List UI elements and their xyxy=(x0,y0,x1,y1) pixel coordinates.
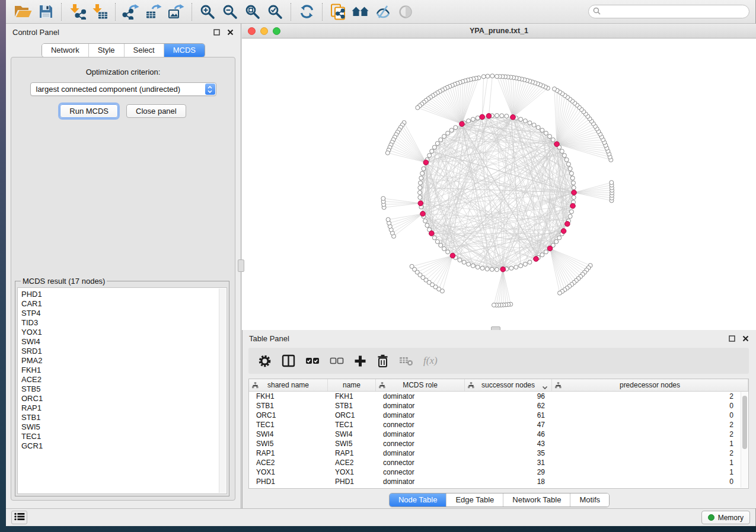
table-cell: 1 xyxy=(552,440,741,448)
mcds-result-list[interactable]: PHD1CAR1STP4TID3YOX1SWI4SRD1PMA2FKH1ACE2… xyxy=(17,287,227,494)
table-row[interactable]: FKH1FKH1dominator962 xyxy=(249,392,741,401)
column-header-MCDS-role[interactable]: MCDS role xyxy=(376,379,465,391)
table-panel: Table Panel f(x) shared namenameMCDS rol… xyxy=(242,330,756,508)
tab-node-table[interactable]: Node Table xyxy=(390,493,446,507)
float-table-panel-icon[interactable] xyxy=(728,334,736,342)
tab-select[interactable]: Select xyxy=(124,44,164,57)
mcds-node-item[interactable]: STP4 xyxy=(21,309,227,318)
mcds-node-item[interactable]: GCR1 xyxy=(21,441,227,451)
unselect-all-icon[interactable] xyxy=(330,357,344,365)
mcds-node-item[interactable]: PHD1 xyxy=(21,290,227,299)
memory-button[interactable]: Memory xyxy=(701,511,750,524)
network-canvas[interactable] xyxy=(242,39,756,330)
search-box[interactable] xyxy=(588,5,749,18)
column-header-predecessor-nodes[interactable]: predecessor nodes xyxy=(552,379,748,391)
columns-icon[interactable] xyxy=(282,354,295,367)
mcds-node-item[interactable]: TID3 xyxy=(21,318,227,328)
mcds-node-item[interactable]: PMA2 xyxy=(21,356,227,366)
table-cell: RAP1 xyxy=(328,449,376,457)
import-network-icon[interactable] xyxy=(66,2,88,22)
column-header-successor-nodes[interactable]: successor nodes xyxy=(465,379,552,391)
mcds-node-item[interactable]: FKH1 xyxy=(21,366,227,375)
table-cell: dominator xyxy=(376,430,465,438)
table-cell: RAP1 xyxy=(249,449,328,457)
table-row[interactable]: STB1STB1dominator620 xyxy=(249,401,741,411)
fx-icon: f(x) xyxy=(423,355,438,367)
table-scrollbar[interactable] xyxy=(741,392,748,488)
open-icon[interactable] xyxy=(12,2,34,22)
birdseye-home-icon[interactable] xyxy=(349,2,372,22)
apply-layout-icon[interactable] xyxy=(295,2,318,22)
import-table-icon[interactable] xyxy=(88,2,111,22)
mcds-node-item[interactable]: SWI4 xyxy=(21,337,227,347)
minimize-window-icon[interactable] xyxy=(260,27,268,35)
network-from-selection-icon[interactable] xyxy=(327,2,349,22)
mcds-node-item[interactable]: SRD1 xyxy=(21,347,227,356)
toolbar-separator xyxy=(192,3,192,21)
zoom-out-icon[interactable] xyxy=(219,2,241,22)
tab-network[interactable]: Network xyxy=(42,44,88,57)
table-cell: dominator xyxy=(376,477,465,486)
column-type-icon xyxy=(379,382,385,390)
float-panel-icon[interactable] xyxy=(212,28,221,36)
zoom-fit-icon[interactable] xyxy=(241,2,264,22)
mcds-node-item[interactable]: SWI5 xyxy=(21,422,227,432)
network-graph[interactable] xyxy=(242,39,756,330)
export-image-icon[interactable] xyxy=(165,2,187,22)
zoom-selected-icon[interactable] xyxy=(264,2,286,22)
table-row[interactable]: TEC1TEC1connector472 xyxy=(249,420,741,430)
mcds-node-item[interactable]: RAP1 xyxy=(21,403,227,413)
table-row[interactable]: SWI4SWI4dominator462 xyxy=(249,430,741,439)
table-cell: SWI5 xyxy=(249,440,328,448)
gear-icon[interactable] xyxy=(258,354,272,368)
table-cell: ORC1 xyxy=(328,411,376,419)
close-panel-button[interactable]: Close panel xyxy=(126,104,186,118)
table-row[interactable]: SWI5SWI5connector431 xyxy=(249,439,741,448)
run-mcds-button[interactable]: Run MCDS xyxy=(60,104,118,118)
mcds-node-item[interactable]: STB1 xyxy=(21,413,227,422)
table-cell: 1 xyxy=(552,468,741,476)
export-table-icon[interactable] xyxy=(142,2,165,22)
task-history-button[interactable] xyxy=(11,511,27,524)
close-panel-icon[interactable] xyxy=(226,28,234,36)
select-all-icon[interactable] xyxy=(305,357,320,365)
table-scrollbar-thumb[interactable] xyxy=(742,396,747,449)
column-header-name[interactable]: name xyxy=(328,379,376,391)
vertical-split-handle[interactable] xyxy=(238,259,244,272)
toolbar-separator xyxy=(291,3,291,21)
zoom-in-icon[interactable] xyxy=(196,2,219,22)
mcds-node-item[interactable]: TEC1 xyxy=(21,432,227,441)
table-row[interactable]: PHD1PHD1dominator180 xyxy=(249,477,741,486)
table-row[interactable]: YOX1YOX1connector291 xyxy=(249,467,741,477)
show-details-icon xyxy=(394,2,417,22)
delete-column-icon[interactable] xyxy=(377,354,389,368)
close-table-panel-icon[interactable] xyxy=(741,334,749,342)
table-cell: connector xyxy=(376,459,465,467)
column-header-shared-name[interactable]: shared name xyxy=(249,379,328,391)
table-row[interactable]: RAP1RAP1dominator352 xyxy=(249,448,741,458)
table-row[interactable]: ACE2ACE2connector311 xyxy=(249,458,741,467)
mcds-node-item[interactable]: CAR1 xyxy=(21,299,227,309)
table-cell: YOX1 xyxy=(328,468,376,476)
criterion-select[interactable]: largest connected component (undirected) xyxy=(30,82,216,96)
table-cell: 2 xyxy=(552,430,741,438)
mcds-list-scrollbar[interactable] xyxy=(219,289,226,493)
tab-motifs[interactable]: Motifs xyxy=(570,493,609,507)
table-row[interactable]: ORC1ORC1dominator610 xyxy=(249,411,741,420)
add-column-icon[interactable] xyxy=(354,355,366,367)
search-input[interactable] xyxy=(604,8,745,16)
tab-style[interactable]: Style xyxy=(88,44,124,57)
tab-mcds[interactable]: MCDS xyxy=(164,44,205,57)
maximize-window-icon[interactable] xyxy=(273,27,280,35)
export-network-icon[interactable] xyxy=(120,2,142,22)
table-cell: SWI5 xyxy=(328,440,376,448)
close-window-icon[interactable] xyxy=(248,27,256,35)
hide-details-icon[interactable] xyxy=(372,2,394,22)
tab-network-table[interactable]: Network Table xyxy=(503,493,570,507)
mcds-node-item[interactable]: ACE2 xyxy=(21,375,227,384)
mcds-node-item[interactable]: STB5 xyxy=(21,384,227,394)
mcds-node-item[interactable]: YOX1 xyxy=(21,328,227,337)
mcds-node-item[interactable]: ORC1 xyxy=(21,394,227,403)
save-icon[interactable] xyxy=(34,2,57,22)
tab-edge-table[interactable]: Edge Table xyxy=(446,493,503,507)
